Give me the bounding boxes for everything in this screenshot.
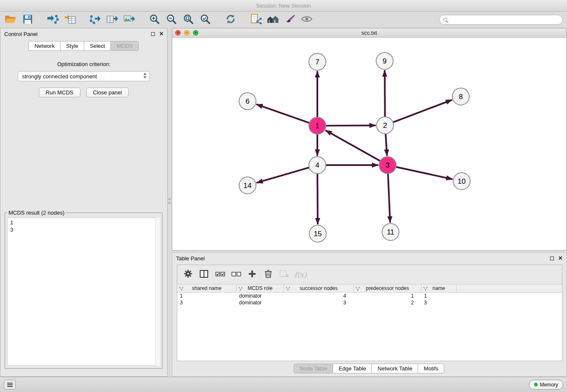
save-icon	[23, 14, 33, 26]
table-cell[interactable]: 2	[354, 299, 421, 306]
zoom-fit-button[interactable]	[181, 13, 195, 27]
float-table-panel-icon[interactable]	[550, 257, 554, 260]
apply-layout-button[interactable]	[223, 13, 238, 27]
column-header-predecessor-nodes[interactable]: predecessor nodes	[354, 284, 421, 292]
table-cell[interactable]: dominator	[237, 299, 284, 306]
mcds-result-box: MCDS result (2 nodes) 1 3	[5, 210, 162, 369]
edge-3-11[interactable]	[388, 174, 390, 223]
network-canvas[interactable]: 7968124314101511	[172, 38, 566, 250]
edge-3-1[interactable]	[325, 130, 380, 161]
edge-1-6[interactable]	[256, 104, 309, 123]
minimize-window-icon[interactable]: −	[184, 30, 190, 36]
table-row[interactable]: 1dominator411	[177, 293, 562, 299]
tab-style[interactable]: Style	[60, 41, 84, 51]
control-panel-title: Control Panel	[4, 31, 38, 37]
graphics-details-button[interactable]	[300, 13, 314, 27]
delete-column-button[interactable]	[262, 268, 275, 281]
check-all-icon	[215, 271, 225, 279]
status-menu-button[interactable]	[4, 380, 16, 389]
edge-2-8[interactable]	[393, 100, 452, 122]
apply-style-button[interactable]	[283, 13, 297, 27]
toolbar-buttons	[3, 13, 317, 27]
zoom-in-button[interactable]	[147, 13, 162, 27]
refresh-icon	[225, 14, 236, 26]
edge-3-10[interactable]	[396, 167, 453, 179]
import-network-button[interactable]	[46, 13, 60, 27]
run-mcds-button[interactable]: Run MCDS	[39, 88, 80, 97]
table-cell[interactable]: dominator	[237, 293, 284, 299]
table-row[interactable]: 3dominator323	[177, 299, 562, 306]
search-input[interactable]	[447, 17, 562, 23]
table-tab-node-table[interactable]: Node Table	[294, 364, 333, 373]
edge-4-14[interactable]	[256, 168, 309, 183]
memory-button[interactable]: Memory	[529, 380, 563, 389]
float-panel-icon[interactable]	[151, 32, 155, 36]
table-settings-button[interactable]	[182, 268, 194, 281]
maximize-window-icon[interactable]: +	[193, 30, 198, 36]
close-panel-button[interactable]: Close panel	[86, 88, 129, 97]
table-cell[interactable]: 1	[177, 293, 237, 299]
network-window-titlebar[interactable]: × − + scc.txt	[172, 28, 566, 38]
node-label-1: 1	[315, 122, 319, 130]
export-image-button[interactable]	[122, 13, 136, 27]
export-image-icon	[124, 14, 135, 26]
import-table-button[interactable]	[63, 13, 77, 27]
zoom-out-button[interactable]	[164, 13, 179, 27]
table-tab-network-table[interactable]: Network Table	[372, 364, 418, 373]
network-from-selection-button[interactable]	[249, 13, 263, 27]
node-label-10: 10	[458, 177, 466, 185]
search-icon	[443, 18, 447, 22]
birdseye-view-button[interactable]	[266, 13, 280, 27]
criterion-select[interactable]: strongly connected component	[18, 71, 150, 81]
zoom-selected-button[interactable]	[198, 13, 212, 27]
window-titlebar: Session: New Session	[0, 0, 567, 12]
edge-2-3[interactable]	[385, 134, 387, 156]
open-session-button[interactable]	[3, 13, 18, 27]
select-arrows-icon	[143, 72, 147, 80]
node-label-4: 4	[315, 161, 319, 169]
column-header-label: MCDS role	[248, 285, 272, 291]
table-tab-edge-table[interactable]: Edge Table	[333, 364, 372, 373]
delete-table-button[interactable]	[278, 268, 291, 281]
deselect-all-rows-button[interactable]	[230, 268, 242, 281]
table-cell[interactable]: 3	[284, 299, 354, 306]
column-visibility-button[interactable]	[198, 268, 210, 281]
panel-splitter[interactable]	[168, 28, 172, 377]
control-panel-header: Control Panel ×	[0, 28, 167, 39]
close-window-icon[interactable]: ×	[175, 30, 181, 36]
close-table-panel-icon[interactable]: ×	[559, 255, 562, 262]
export-network-button[interactable]	[88, 13, 102, 27]
tab-mcds[interactable]: MCDS	[110, 41, 138, 51]
edge-2-9[interactable]	[385, 70, 385, 117]
column-header-mcds-role[interactable]: MCDS role	[237, 284, 284, 292]
tab-select[interactable]: Select	[84, 41, 111, 51]
node-label-3: 3	[385, 161, 389, 169]
column-header-name[interactable]: name	[421, 284, 457, 292]
list-icon	[7, 384, 13, 385]
close-panel-icon[interactable]: ×	[160, 30, 163, 37]
export-table-button[interactable]	[105, 13, 119, 27]
result-scrollbar[interactable]	[155, 218, 160, 366]
search-box[interactable]	[439, 15, 563, 25]
control-panel: Control Panel × NetworkStyleSelectMCDS O…	[0, 28, 168, 377]
table-cell[interactable]: 1	[354, 293, 421, 299]
save-session-button[interactable]	[20, 13, 35, 27]
table-cell[interactable]: 4	[284, 293, 354, 299]
tab-network[interactable]: Network	[28, 41, 61, 51]
table-tab-motifs[interactable]: Motifs	[418, 364, 444, 373]
zoom-in-icon	[149, 14, 160, 26]
select-all-rows-button[interactable]	[214, 268, 226, 281]
edge-1-2[interactable]	[326, 125, 376, 126]
add-column-button[interactable]	[246, 268, 259, 281]
function-builder-button[interactable]: f(x)	[294, 268, 307, 281]
edge-4-15[interactable]	[317, 174, 318, 224]
table-cell[interactable]: 3	[421, 299, 457, 306]
table-cell[interactable]: 3	[177, 299, 237, 306]
node-label-14: 14	[244, 182, 252, 190]
mcds-result-title: MCDS result (2 nodes)	[7, 210, 66, 216]
column-header-successor-nodes[interactable]: successor nodes	[284, 284, 354, 292]
network-window: × − + scc.txt 7968124314101511	[172, 28, 567, 251]
column-header-shared-name[interactable]: shared name	[177, 284, 237, 292]
table-cell[interactable]: 1	[421, 293, 457, 299]
network-graph[interactable]: 7968124314101511	[172, 38, 566, 250]
